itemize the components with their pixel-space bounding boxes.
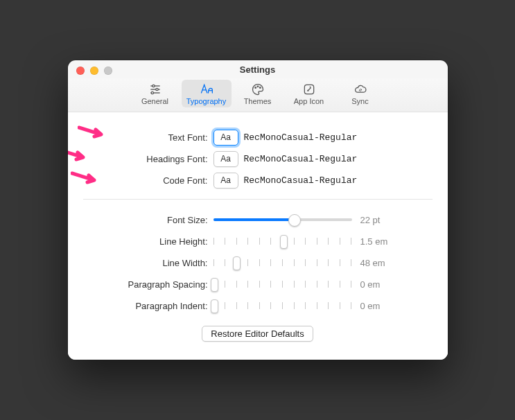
line-width-value: 48 em: [360, 258, 395, 268]
app-icon-icon: [302, 82, 317, 96]
svg-point-5: [151, 91, 153, 94]
text-font-value: RecMonoCasual-Regular: [244, 132, 358, 143]
svg-point-10: [259, 87, 261, 89]
row-paragraph-spacing: Paragraph Spacing: 0 em: [83, 275, 433, 293]
paragraph-indent-slider[interactable]: [213, 299, 352, 313]
tab-label: App Icon: [294, 97, 324, 105]
tab-general[interactable]: General: [130, 80, 180, 107]
paragraph-indent-label: Paragraph Indent:: [83, 301, 213, 311]
row-font-size: Font Size: 22 pt: [83, 211, 433, 229]
row-paragraph-indent: Paragraph Indent: 0 em: [83, 297, 433, 315]
tab-sync[interactable]: Sync: [335, 80, 385, 107]
tab-label: Typography: [186, 97, 226, 105]
tab-label: Themes: [244, 97, 272, 105]
close-icon[interactable]: [76, 67, 85, 75]
row-code-font: Code Font: Aa RecMonoCasual-Regular: [83, 171, 433, 189]
restore-defaults-button[interactable]: Restore Editor Defaults: [202, 326, 313, 342]
tab-themes[interactable]: Themes: [233, 80, 283, 107]
tab-app-icon[interactable]: App Icon: [284, 80, 334, 107]
paragraph-spacing-value: 0 em: [360, 279, 395, 290]
headings-font-label: Headings Font:: [83, 154, 213, 164]
tab-label: General: [141, 97, 168, 105]
line-width-slider[interactable]: [213, 256, 352, 270]
text-font-button[interactable]: Aa: [213, 130, 238, 146]
headings-font-value: RecMonoCasual-Regular: [244, 154, 358, 164]
line-height-value: 1.5 em: [360, 236, 395, 247]
line-height-slider[interactable]: [213, 234, 352, 248]
text-font-label: Text Font:: [83, 132, 213, 143]
code-font-label: Code Font:: [83, 175, 213, 186]
titlebar: Settings: [68, 60, 448, 78]
window-title: Settings: [240, 64, 275, 75]
svg-point-9: [257, 86, 259, 87]
font-size-label: Font Size:: [83, 215, 213, 225]
code-font-value: RecMonoCasual-Regular: [244, 175, 358, 186]
paragraph-spacing-slider[interactable]: [213, 277, 352, 291]
font-size-value: 22 pt: [360, 215, 395, 225]
line-width-label: Line Width:: [83, 258, 213, 268]
line-height-label: Line Height:: [83, 236, 213, 247]
code-font-button[interactable]: Aa: [213, 173, 238, 189]
zoom-icon[interactable]: [104, 67, 112, 75]
svg-point-8: [254, 87, 256, 89]
sliders-icon: [148, 82, 163, 96]
row-line-height: Line Height: 1.5 em: [83, 232, 433, 250]
tab-typography[interactable]: Typography: [182, 80, 232, 107]
row-headings-font: Headings Font: Aa RecMonoCasual-Regular: [83, 150, 433, 168]
settings-window: Settings General Typograp: [68, 60, 448, 360]
typography-icon: [199, 82, 214, 96]
preferences-toolbar: General Typography Themes: [68, 78, 448, 112]
minimize-icon[interactable]: [90, 67, 98, 75]
row-line-width: Line Width: 48 em: [83, 254, 433, 272]
svg-point-3: [155, 88, 157, 90]
row-text-font: Text Font: Aa RecMonoCasual-Regular: [83, 128, 433, 146]
headings-font-button[interactable]: Aa: [213, 151, 238, 167]
cloud-sync-icon: [353, 82, 368, 96]
divider: [83, 199, 433, 200]
palette-icon: [250, 82, 265, 96]
svg-point-1: [152, 85, 154, 87]
font-size-slider[interactable]: [213, 213, 352, 227]
typography-pane: Text Font: Aa RecMonoCasual-Regular Head…: [68, 112, 448, 360]
window-controls: [76, 67, 112, 75]
paragraph-spacing-label: Paragraph Spacing:: [83, 279, 213, 290]
tab-label: Sync: [351, 97, 368, 105]
paragraph-indent-value: 0 em: [360, 301, 395, 311]
